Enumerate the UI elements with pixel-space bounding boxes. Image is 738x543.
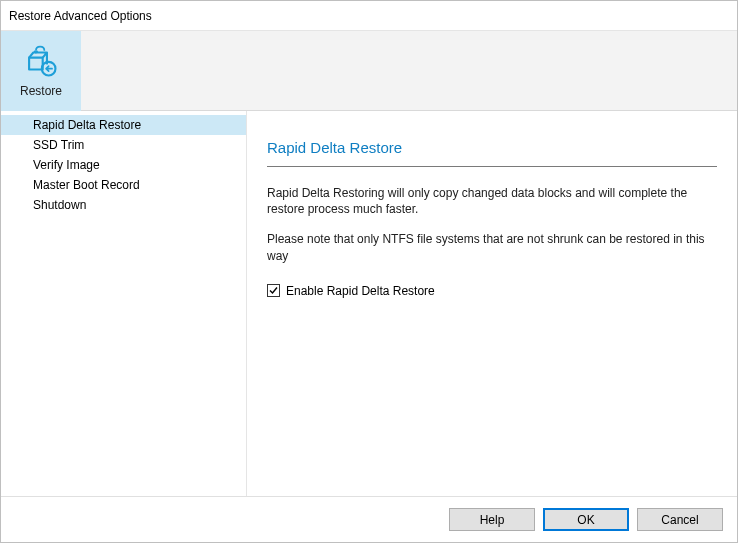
help-button[interactable]: Help xyxy=(449,508,535,531)
checkmark-icon xyxy=(268,285,279,296)
ribbon: Restore xyxy=(1,31,737,111)
sidebar-item-master-boot-record[interactable]: Master Boot Record xyxy=(1,175,246,195)
button-bar: Help OK Cancel xyxy=(1,496,737,542)
restore-ribbon-label: Restore xyxy=(20,84,62,98)
sidebar-item-rapid-delta-restore[interactable]: Rapid Delta Restore xyxy=(1,115,246,135)
main-heading: Rapid Delta Restore xyxy=(267,139,717,156)
main-paragraph-2: Please note that only NTFS file systems … xyxy=(267,231,717,263)
restore-ribbon-button[interactable]: Restore xyxy=(1,31,81,111)
restore-icon xyxy=(24,44,58,78)
ok-button[interactable]: OK xyxy=(543,508,629,531)
sidebar: Rapid Delta Restore SSD Trim Verify Imag… xyxy=(1,111,247,496)
sidebar-item-shutdown[interactable]: Shutdown xyxy=(1,195,246,215)
title-bar: Restore Advanced Options xyxy=(1,1,737,31)
window-title: Restore Advanced Options xyxy=(1,9,693,23)
close-button[interactable] xyxy=(693,1,737,31)
main-panel: Rapid Delta Restore Rapid Delta Restorin… xyxy=(247,111,737,496)
enable-rapid-delta-restore-checkbox[interactable]: Enable Rapid Delta Restore xyxy=(267,284,717,298)
main-paragraph-1: Rapid Delta Restoring will only copy cha… xyxy=(267,185,717,217)
content-area: Rapid Delta Restore SSD Trim Verify Imag… xyxy=(1,111,737,496)
sidebar-item-verify-image[interactable]: Verify Image xyxy=(1,155,246,175)
checkbox-label: Enable Rapid Delta Restore xyxy=(286,284,435,298)
cancel-button[interactable]: Cancel xyxy=(637,508,723,531)
sidebar-item-ssd-trim[interactable]: SSD Trim xyxy=(1,135,246,155)
main-divider xyxy=(267,166,717,167)
checkbox-box xyxy=(267,284,280,297)
